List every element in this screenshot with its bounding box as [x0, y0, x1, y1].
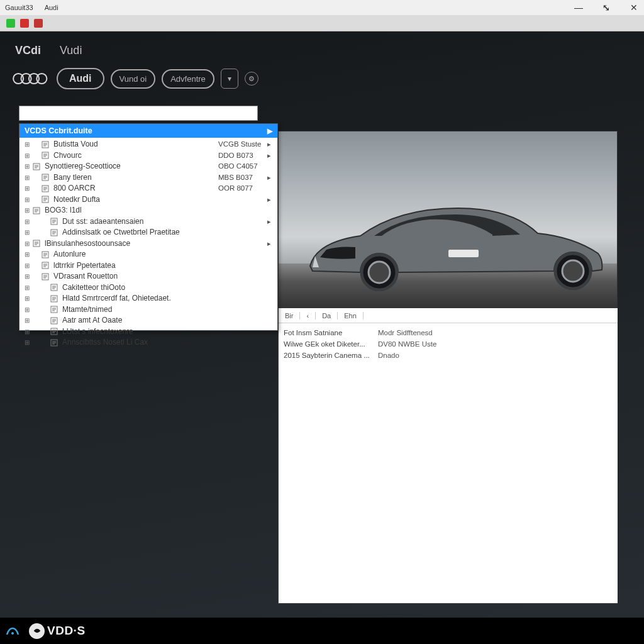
tree-item-label: VDrasant Rouetton	[53, 271, 218, 282]
module-tree-item[interactable]: ⊞BOG3: l1dl	[19, 205, 277, 216]
module-tree-item[interactable]: ⊞Hlatd Smrtrcerdf fat, Ohietedaet.	[19, 293, 277, 304]
dropdown-toggle-button[interactable]: ▾	[221, 69, 238, 89]
details-tab-0[interactable]: Bir	[279, 312, 300, 319]
details-tab-3[interactable]: Ehn	[338, 312, 364, 319]
car-silhouette	[304, 197, 606, 291]
document-icon	[41, 173, 51, 182]
details-tab-2[interactable]: Da	[316, 312, 338, 319]
document-icon	[50, 338, 60, 347]
document-icon	[41, 184, 51, 193]
app-main-area: VCdi Vudi Audi Vund oi Advfentre ▾ ⚙	[0, 31, 644, 618]
tree-item-label: Butistta Voud	[53, 139, 218, 150]
window-maximize-button[interactable]: ⤡	[601, 3, 611, 13]
title-text-1: Gauuit33	[5, 4, 33, 11]
tree-item-label: Notedkr Dufta	[53, 194, 218, 206]
chevron-right-icon: ▸	[265, 238, 274, 250]
document-icon	[32, 206, 42, 215]
expand-icon: ⊞	[23, 172, 31, 184]
details-row[interactable]: 2015 Saybterin Canema ...Dnado	[284, 350, 613, 361]
module-tree-item[interactable]: ⊞800 OARCROOR 8077	[19, 183, 277, 194]
tree-item-label: Bany tleren	[53, 172, 218, 184]
module-tree-item[interactable]: ⊞LUtst s infecntoxenre	[19, 326, 277, 338]
tree-item-code: DDO B073	[218, 150, 265, 162]
brand-button-vund[interactable]: Vund oi	[111, 69, 156, 89]
brand-button-adventure[interactable]: Advfentre	[162, 69, 214, 89]
module-tree-item[interactable]: ⊞lBinsulanhesostoounsace▸	[19, 238, 277, 250]
document-icon	[50, 316, 60, 325]
document-icon	[32, 162, 42, 171]
module-tree-header[interactable]: VCDS Ccbrit.duite ▶	[19, 124, 277, 138]
svg-point-7	[562, 260, 584, 282]
chevron-right-icon: ▸	[265, 172, 274, 184]
expand-icon: ⊞	[23, 216, 31, 228]
document-icon	[50, 305, 60, 314]
tree-item-label: Chvourc	[53, 150, 218, 162]
module-tree-item[interactable]: ⊞Annscibttss Nosetl Li Cax	[19, 337, 277, 348]
status-dot-red-2[interactable]	[34, 19, 43, 28]
details-tab-1[interactable]: ‹	[300, 312, 316, 319]
module-tree-item[interactable]: ⊞Notedkr Dufta▸	[19, 194, 277, 206]
module-tree-item[interactable]: ⊞ChvourcDDO B073▸	[19, 150, 277, 162]
taskbar-app-icon[interactable]	[5, 623, 20, 638]
vehicle-image-panel	[278, 131, 618, 308]
module-tree-item[interactable]: ⊞Autonlure	[19, 249, 277, 260]
document-icon	[50, 228, 60, 237]
details-row-value: Dnado	[378, 350, 399, 361]
details-row[interactable]: Wilwe GEk oket Diketer...DV80 NWBE Uste	[284, 338, 613, 350]
module-tree-item[interactable]: ⊞Bany tlerenMBS B037▸	[19, 172, 277, 184]
document-icon	[50, 327, 60, 336]
document-icon	[41, 272, 51, 281]
details-tabstrip: Bir ‹ Da Ehn	[279, 308, 618, 323]
module-tree-item[interactable]: ⊞Dut sst: adaeantensaien▸	[19, 216, 277, 228]
module-tree-header-label: VCDS Ccbrit.duite	[25, 126, 92, 135]
status-dot-green[interactable]	[6, 19, 15, 28]
details-row-value: DV80 NWBE Uste	[378, 338, 436, 350]
module-tree-popup: VCDS Ccbrit.duite ▶ ⊞Butistta VoudVCGB S…	[19, 123, 278, 331]
chevron-right-icon: ▸	[265, 216, 274, 228]
chevron-right-icon: ▶	[267, 127, 272, 135]
module-tree-item[interactable]: ⊞Mtamte/tnimed	[19, 304, 277, 316]
status-dot-red-1[interactable]	[20, 19, 29, 28]
settings-gear-button[interactable]: ⚙	[245, 72, 258, 86]
svg-point-89	[11, 632, 14, 635]
tree-item-code: OOR 8077	[218, 183, 265, 194]
brand-button-audi[interactable]: Audi	[57, 68, 104, 89]
tree-item-code: VCGB Stuste	[218, 139, 265, 150]
module-tree-item[interactable]: ⊞Synottiereg-SceottioceOBO C4057	[19, 161, 277, 172]
expand-icon: ⊞	[23, 260, 31, 272]
expand-icon: ⊞	[23, 227, 31, 238]
chevron-right-icon: ▸	[265, 139, 274, 150]
document-icon	[41, 140, 51, 149]
expand-icon: ⊞	[23, 337, 31, 348]
document-icon	[41, 250, 51, 259]
module-tree-item[interactable]: ⊞Butistta VoudVCGB Stuste▸	[19, 139, 277, 150]
module-tree-item[interactable]: ⊞Addinslsatk oe Ctwetbrtel Praetitae	[19, 227, 277, 238]
toolbar-traffic-lights	[0, 15, 644, 31]
taskbar-app-logo[interactable]: VDD·S	[29, 623, 86, 639]
audi-logo-icon	[11, 69, 50, 88]
details-row[interactable]: Fot Insm SatnianeModr Sidfftenesd	[284, 327, 613, 338]
tree-item-label: ldtrrkir Ppetertatea	[53, 260, 218, 272]
details-row-value: Modr Sidfftenesd	[378, 327, 433, 338]
expand-icon: ⊞	[23, 326, 31, 338]
window-minimize-button[interactable]: —	[574, 3, 584, 13]
tree-item-label: Autonlure	[53, 249, 218, 260]
document-icon	[32, 239, 42, 248]
module-tree-item[interactable]: ⊞VDrasant Rouetton	[19, 271, 277, 282]
module-tree-item[interactable]: ⊞Aatr amt At Oaate	[19, 315, 277, 326]
module-tree-item[interactable]: ⊞ldtrrkir Ppetertatea	[19, 260, 277, 272]
module-tree-item[interactable]: ⊞Cakitetteor thiOoto	[19, 282, 277, 294]
tab-vcdi[interactable]: VCdi	[15, 44, 41, 57]
details-row-label: Wilwe GEk oket Diketer...	[284, 338, 378, 350]
search-input[interactable]	[19, 106, 258, 121]
expand-icon: ⊞	[23, 205, 31, 216]
expand-icon: ⊞	[23, 271, 31, 282]
details-row-label: Fot Insm Satniane	[284, 327, 378, 338]
tree-item-label: BOG3: l1dl	[45, 205, 218, 216]
document-icon	[41, 151, 51, 160]
tab-vudi[interactable]: Vudi	[60, 44, 82, 57]
expand-icon: ⊞	[23, 304, 31, 316]
module-tree-body: ⊞Butistta VoudVCGB Stuste▸⊞ChvourcDDO B0…	[19, 138, 277, 350]
window-close-button[interactable]: ✕	[629, 3, 639, 13]
tree-item-label: LUtst s infecntoxenre	[62, 326, 218, 338]
